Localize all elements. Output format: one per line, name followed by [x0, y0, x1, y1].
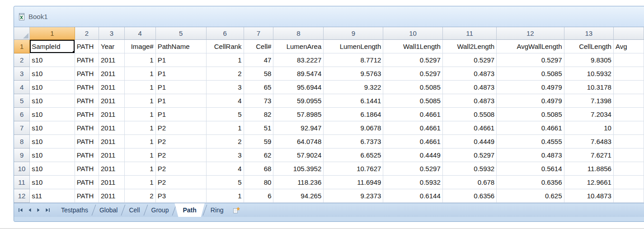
row-header-6[interactable]: 6 [14, 108, 30, 121]
cell[interactable]: 0.4661 [497, 121, 564, 135]
sheet-tab-group[interactable]: Group [146, 203, 174, 217]
cell[interactable]: 0.4979 [497, 81, 564, 94]
cell[interactable]: 95.6944 [273, 81, 324, 94]
cell[interactable]: 73 [244, 94, 274, 108]
cell[interactable]: Image# [125, 40, 156, 53]
cell[interactable]: 0.4873 [443, 94, 497, 108]
cell[interactable]: 1 [207, 53, 244, 67]
cell[interactable]: 6.7373 [324, 135, 383, 149]
cell[interactable]: PATH [75, 189, 99, 203]
cell[interactable]: 2011 [99, 67, 125, 81]
cell[interactable]: PATH [75, 108, 99, 121]
cell[interactable]: 7.6483 [564, 135, 614, 149]
cell[interactable]: 59 [244, 135, 274, 149]
column-header-8[interactable]: 8 [273, 27, 324, 40]
cell[interactable]: 0.678 [443, 176, 497, 189]
cell[interactable]: 92.947 [273, 121, 324, 135]
cell[interactable]: 5 [207, 108, 244, 121]
cell[interactable]: 89.5474 [273, 67, 324, 81]
cell[interactable]: 10.4873 [564, 189, 614, 203]
first-sheet-button[interactable] [17, 206, 24, 214]
cell[interactable]: 83.2227 [273, 53, 324, 67]
column-header-3[interactable]: 3 [99, 27, 125, 40]
cell[interactable]: P1 [156, 67, 207, 81]
column-header-9[interactable]: 9 [324, 27, 383, 40]
cell[interactable]: 0.5297 [443, 53, 497, 67]
cell[interactable]: 3 [207, 149, 244, 162]
sheet-tab-global[interactable]: Global [94, 203, 123, 217]
cell[interactable]: PATH [75, 121, 99, 135]
cell[interactable]: 1 [207, 121, 244, 135]
cell[interactable]: s11 [30, 189, 75, 203]
cell[interactable]: 12.9661 [564, 176, 614, 189]
cell[interactable]: 0.5932 [443, 162, 497, 176]
cell[interactable] [614, 135, 644, 149]
active-cell-A1[interactable]: SampleId [30, 40, 75, 53]
cell[interactable]: Wall1Length [383, 40, 442, 53]
cell[interactable]: 105.3952 [273, 162, 324, 176]
cell[interactable]: LumenLength [324, 40, 383, 53]
cell[interactable]: 0.625 [497, 189, 564, 203]
cell[interactable]: 1 [125, 149, 156, 162]
cell[interactable]: 5 [207, 176, 244, 189]
cell[interactable]: 6.1441 [324, 94, 383, 108]
cell[interactable] [614, 121, 644, 135]
cell[interactable]: s10 [30, 162, 75, 176]
row-header-3[interactable]: 3 [14, 67, 30, 81]
cell[interactable]: PathName [156, 40, 207, 53]
cell[interactable]: 10 [564, 121, 614, 135]
cell[interactable]: 65 [244, 81, 274, 94]
cell[interactable]: 3 [207, 81, 244, 94]
cell[interactable]: 0.5297 [383, 53, 442, 67]
cell[interactable]: 9.8305 [564, 53, 614, 67]
cell[interactable]: LumenArea [273, 40, 324, 53]
cell[interactable]: 6.1864 [324, 108, 383, 121]
cell[interactable] [614, 149, 644, 162]
cell[interactable]: 57.9024 [273, 149, 324, 162]
cell[interactable]: 10.7627 [324, 162, 383, 176]
sheet-tab-ring[interactable]: Ring [205, 203, 229, 217]
cell[interactable]: 68 [244, 162, 274, 176]
cell[interactable] [614, 176, 644, 189]
cell[interactable]: 2011 [99, 149, 125, 162]
insert-worksheet-tab[interactable] [229, 203, 244, 217]
cell[interactable]: 0.4555 [497, 135, 564, 149]
cell[interactable]: s10 [30, 53, 75, 67]
cell[interactable]: 4 [207, 94, 244, 108]
cell[interactable]: 0.4449 [443, 135, 497, 149]
cell[interactable]: 1 [125, 81, 156, 94]
cell[interactable]: 1 [125, 108, 156, 121]
cell[interactable] [614, 189, 644, 203]
sheet-tab-testpaths[interactable]: Testpaths [56, 203, 94, 217]
cell[interactable]: 10.3178 [564, 81, 614, 94]
cell[interactable]: 59.0955 [273, 94, 324, 108]
cell[interactable] [614, 162, 644, 176]
cell[interactable]: 1 [125, 162, 156, 176]
cell[interactable] [614, 81, 644, 94]
cell[interactable]: 0.5508 [443, 108, 497, 121]
cell[interactable]: 0.5932 [383, 176, 442, 189]
cell[interactable]: 10.5932 [564, 67, 614, 81]
cell[interactable]: 2 [207, 135, 244, 149]
cell[interactable]: 57.8985 [273, 108, 324, 121]
cell[interactable]: s10 [30, 81, 75, 94]
cell[interactable]: 1 [125, 53, 156, 67]
cell[interactable]: PATH [75, 176, 99, 189]
cell[interactable]: 0.5085 [497, 108, 564, 121]
cell[interactable]: 2011 [99, 81, 125, 94]
row-header-7[interactable]: 7 [14, 121, 30, 135]
row-header-11[interactable]: 11 [14, 176, 30, 189]
row-header-5[interactable]: 5 [14, 94, 30, 108]
row-header-8[interactable]: 8 [14, 135, 30, 149]
cell[interactable]: 7.6271 [564, 149, 614, 162]
select-all-corner[interactable] [14, 27, 30, 40]
cell[interactable]: AvgWallLength [497, 40, 564, 53]
cell[interactable]: Cell# [244, 40, 274, 53]
column-header-overflow[interactable] [614, 27, 644, 40]
cell[interactable]: 0.5085 [497, 67, 564, 81]
cell[interactable]: CellRank [207, 40, 244, 53]
column-header-2[interactable]: 2 [75, 27, 99, 40]
cell[interactable]: 11.8856 [564, 162, 614, 176]
cell[interactable]: P3 [156, 189, 207, 203]
cell[interactable]: Wall2Length [443, 40, 497, 53]
